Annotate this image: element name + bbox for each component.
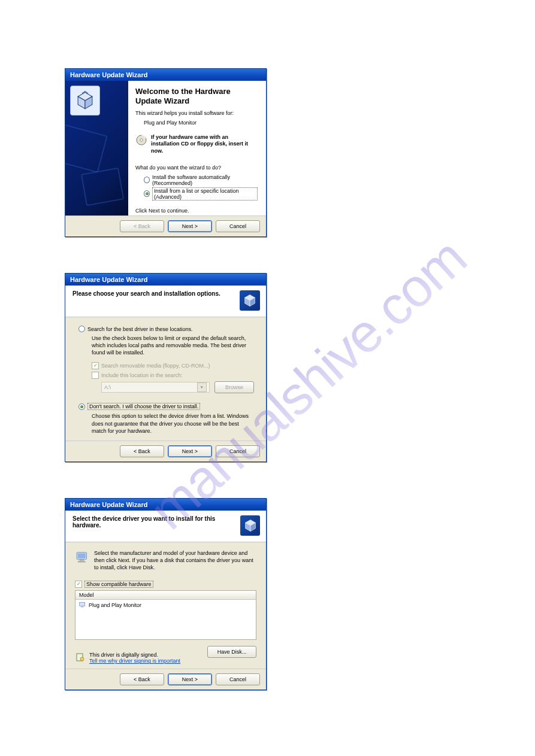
- dont-search-description: Choose this option to select the device …: [78, 412, 254, 434]
- wizard3-title: Hardware Update Wizard: [70, 501, 148, 508]
- back-button[interactable]: < Back: [120, 673, 164, 685]
- svg-rect-15: [80, 603, 85, 606]
- wizard-box-icon: [240, 290, 260, 311]
- radio-dont-search-label: Don't search. I will choose the driver t…: [87, 403, 200, 410]
- model-listbox[interactable]: Model Plug and Play Monitor: [75, 590, 256, 640]
- wizard2-dialog: Hardware Update Wizard Please choose you…: [65, 273, 267, 462]
- have-disk-button[interactable]: Have Disk...: [207, 646, 256, 658]
- radio-install-auto[interactable]: Install the software automatically (Reco…: [135, 174, 258, 186]
- checkbox-icon: [92, 362, 99, 369]
- radio-search-best[interactable]: Search for the best driver in these loca…: [78, 326, 254, 332]
- checkbox-include-location-label: Include this location in the search:: [101, 372, 183, 378]
- radio-install-auto-label: Install the software automatically (Reco…: [152, 174, 258, 186]
- wizard1-device-name: Plug and Play Monitor: [135, 120, 258, 126]
- model-list-item[interactable]: Plug and Play Monitor: [75, 600, 256, 611]
- model-list-item-label: Plug and Play Monitor: [89, 602, 141, 608]
- driver-signing-link[interactable]: Tell me why driver signing is important: [89, 658, 180, 664]
- back-button[interactable]: < Back: [120, 220, 164, 232]
- wizard1-intro: This wizard helps you install software f…: [135, 110, 258, 116]
- wizard3-dialog: Hardware Update Wizard Select the device…: [65, 498, 267, 690]
- monitor-icon: [75, 549, 90, 565]
- cancel-button[interactable]: Cancel: [216, 220, 260, 232]
- wizard3-subheader: Select the device driver you want to ins…: [72, 515, 240, 529]
- radio-icon: [78, 326, 85, 332]
- wizard1-dialog: Hardware Update Wizard Welcome to the Ha…: [65, 68, 267, 237]
- next-button[interactable]: Next >: [168, 220, 212, 232]
- wizard1-titlebar: Hardware Update Wizard: [65, 69, 266, 81]
- wizard1-title: Hardware Update Wizard: [70, 71, 148, 78]
- wizard1-cd-notice: If your hardware came with an installati…: [151, 134, 258, 155]
- location-combobox[interactable]: A:\ ▾: [101, 382, 210, 393]
- cancel-button[interactable]: Cancel: [216, 673, 260, 685]
- wizard2-footer: < Back Next > Cancel: [65, 441, 266, 462]
- wizard1-continue-hint: Click Next to continue.: [135, 201, 258, 214]
- radio-dont-search[interactable]: Don't search. I will choose the driver t…: [78, 403, 254, 410]
- next-button[interactable]: Next >: [168, 445, 212, 457]
- checkbox-icon: [75, 581, 82, 588]
- checkbox-show-compatible-label: Show compatible hardware: [84, 581, 153, 588]
- svg-rect-13: [80, 560, 84, 561]
- monitor-icon: [79, 602, 86, 609]
- checkbox-icon: [92, 372, 99, 379]
- checkbox-show-compatible[interactable]: Show compatible hardware: [75, 581, 256, 588]
- radio-icon: [144, 177, 150, 183]
- chevron-down-icon: ▾: [197, 382, 207, 392]
- search-best-description: Use the check boxes below to limit or ex…: [78, 335, 254, 356]
- next-button[interactable]: Next >: [168, 673, 212, 685]
- wizard1-headline: Welcome to the Hardware Update Wizard: [135, 87, 258, 107]
- cancel-button[interactable]: Cancel: [216, 445, 260, 457]
- wizard3-footer: < Back Next > Cancel: [65, 669, 266, 690]
- location-combobox-value: A:\: [104, 384, 111, 390]
- radio-icon: [144, 190, 150, 197]
- radio-icon: [78, 403, 85, 410]
- radio-install-specific[interactable]: Install from a list or specific location…: [135, 187, 258, 201]
- model-column-header: Model: [75, 591, 256, 600]
- wizard3-titlebar: Hardware Update Wizard: [65, 499, 266, 511]
- svg-rect-12: [78, 553, 86, 558]
- wizard-box-icon: [240, 515, 260, 536]
- svg-rect-14: [78, 561, 85, 562]
- wizard1-sidebar-graphic: [65, 81, 128, 215]
- wizard2-titlebar: Hardware Update Wizard: [65, 274, 266, 286]
- signed-cert-icon: [75, 652, 86, 663]
- wizard2-subheader: Please choose your search and installati…: [72, 290, 220, 297]
- driver-signed-text: This driver is digitally signed.: [89, 652, 180, 658]
- wizard2-title: Hardware Update Wizard: [70, 276, 148, 283]
- radio-install-specific-label: Install from a list or specific location…: [152, 187, 258, 201]
- checkbox-search-removable[interactable]: Search removable media (floppy, CD-ROM..…: [78, 362, 254, 369]
- svg-rect-16: [81, 607, 84, 608]
- wizard-box-icon: [70, 86, 100, 116]
- svg-point-18: [80, 657, 84, 661]
- svg-point-4: [140, 138, 143, 141]
- checkbox-search-removable-label: Search removable media (floppy, CD-ROM..…: [101, 363, 210, 369]
- wizard1-question: What do you want the wizard to do?: [135, 165, 258, 171]
- cd-icon: [135, 134, 147, 146]
- radio-search-best-label: Search for the best driver in these loca…: [87, 326, 193, 332]
- wizard3-info-text: Select the manufacturer and model of you…: [94, 549, 256, 571]
- browse-button[interactable]: Browse: [214, 381, 254, 393]
- back-button[interactable]: < Back: [120, 445, 164, 457]
- wizard1-footer: < Back Next > Cancel: [65, 215, 266, 236]
- checkbox-include-location[interactable]: Include this location in the search:: [78, 372, 254, 379]
